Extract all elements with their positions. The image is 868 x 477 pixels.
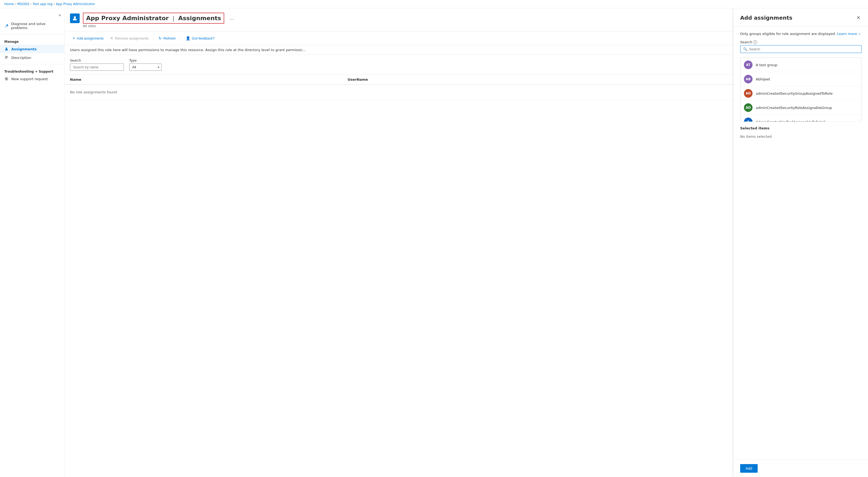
main-content: App Proxy Administrator | Assignments ..… [65,8,734,477]
learn-more-link[interactable]: Learn more ↗ [837,32,861,36]
add-button[interactable]: Add [740,464,758,473]
filter-bar: Search Type All User Group Service Princ… [65,55,734,75]
breadcrumb: Home › MSODS › Test app reg › App Proxy … [0,0,868,8]
search-input[interactable] [70,63,124,71]
troubleshooting-section-label: Troubleshooting + Support [0,66,64,74]
page-section: Assignments [178,15,221,22]
info-text: Users assigned this role here will have … [70,48,306,52]
search-section: Search i 🔍 [740,40,862,53]
item-name-at: A test group [756,63,777,67]
type-select-wrapper: All User Group Service Principal [129,63,161,71]
no-items-text: No role assignments found [65,85,734,100]
item-list: AT A test group AB Abhijeet AD adminCrea… [740,58,861,122]
svg-point-0 [6,47,7,49]
title-separator: | [173,15,175,22]
item-name-ad1: adminCreatedSecurityGroupAssignedToRole [756,92,833,96]
wrench-icon [4,24,8,28]
table-row-empty: No role assignments found [65,85,734,100]
feedback-button[interactable]: 👤 Got feedback? [183,34,217,42]
svg-rect-3 [5,58,7,59]
page-header: App Proxy Administrator | Assignments ..… [65,8,734,31]
collapse-button[interactable]: « [58,11,62,19]
assignments-table: Name UserName No role assignments found [65,75,734,100]
header-title-box: App Proxy Administrator | Assignments [83,13,224,24]
sidebar-description-label: Description [11,56,31,60]
panel-footer: Add [734,459,868,477]
no-selected-text: No items selected [740,132,862,141]
type-filter-label: Type [129,59,161,62]
panel-info-text: Only groups eligible for role assignment… [740,32,836,36]
page-icon [70,13,80,23]
list-item[interactable]: A AdminCreatedUnifiedAssignableToRole2 [741,115,861,122]
toolbar-divider-2 [181,35,181,41]
remove-assignments-button[interactable]: ✕ Remove assignments [107,34,151,42]
sidebar-diagnose-label: Diagnose and solve problems [11,22,60,30]
sidebar-support-label: New support request [11,77,48,81]
refresh-button[interactable]: ↻ Refresh [156,34,179,42]
col-username: UserName [342,75,734,85]
panel-search-label: Search i [740,40,862,44]
panel-header: Add assignments ✕ [734,8,868,26]
info-bar: Users assigned this role here will have … [65,45,734,55]
avatar-ad2: AD [744,103,752,112]
sidebar-divider-2 [0,64,64,64]
toolbar: + Add assignments ✕ Remove assignments ↻… [65,31,734,45]
breadcrumb-msods[interactable]: MSODS [17,2,29,6]
add-assignments-label: Add assignments [77,36,104,40]
sidebar-item-description[interactable]: Description [0,53,64,62]
table-area: Name UserName No role assignments found [65,75,734,477]
type-filter-group: Type All User Group Service Principal [129,59,161,71]
panel-search-wrapper: 🔍 [740,45,862,53]
sidebar-item-diagnose[interactable]: Diagnose and solve problems [0,20,64,32]
list-item[interactable]: AD adminCreatedSecurityGroupAssignedToRo… [741,86,861,101]
remove-assignments-label: Remove assignments [115,36,149,40]
sidebar-item-assignments[interactable]: Assignments [0,45,64,53]
panel-info: Only groups eligible for role assignment… [740,32,862,36]
external-link-icon: ↗ [858,33,860,35]
item-name-ab: Abhijeet [756,77,770,81]
svg-point-6 [74,16,76,18]
description-icon [4,56,9,60]
x-icon: ✕ [110,36,113,40]
svg-rect-2 [5,57,8,58]
avatar-a: A [744,118,752,122]
add-assignments-button[interactable]: + Add assignments [70,34,106,42]
assignments-icon [4,47,9,51]
search-icon: 🔍 [743,47,747,51]
item-list-scroll: AT A test group AB Abhijeet AD adminCrea… [740,57,862,122]
more-button[interactable]: ... [227,14,236,22]
right-panel: Add assignments ✕ Only groups eligible f… [734,8,868,477]
refresh-label: Refresh [163,36,176,40]
refresh-icon: ↻ [158,36,162,40]
manage-section-label: Manage [0,37,64,45]
toolbar-divider-1 [153,35,154,41]
breadcrumb-test-app-reg[interactable]: Test app reg [33,2,53,6]
list-item[interactable]: AD adminCreatedSecurityRoleAssignableGro… [741,101,861,115]
list-item[interactable]: AT A test group [741,58,861,72]
avatar-ad1: AD [744,89,752,98]
search-filter-group: Search [70,59,124,71]
type-select[interactable]: All User Group Service Principal [129,63,161,71]
info-icon: i [753,40,757,44]
breadcrumb-app-proxy-admin[interactable]: App Proxy Administrator [56,2,95,6]
sidebar-assignments-label: Assignments [11,47,37,51]
selected-items-label: Selected items [740,126,862,130]
panel-search-input[interactable] [749,47,859,51]
list-item[interactable]: AB Abhijeet [741,72,861,86]
item-name-ad2: adminCreatedSecurityRoleAssignableGroup [756,106,832,110]
close-button[interactable]: ✕ [855,14,862,22]
svg-point-4 [6,78,7,80]
sidebar-divider-1 [0,34,64,34]
collapse-area: « [0,10,64,20]
item-name-a: AdminCreatedUnifiedAssignableToRole2 [756,120,826,122]
breadcrumb-home[interactable]: Home [4,2,14,6]
avatar-at: AT [744,61,752,69]
avatar-ab: AB [744,75,752,84]
svg-rect-1 [5,56,8,57]
panel-body: Only groups eligible for role assignment… [734,26,868,459]
search-filter-label: Search [70,59,124,62]
panel-title: Add assignments [740,14,793,21]
selected-section: Selected items No items selected [740,126,862,141]
col-name: Name [65,75,342,85]
sidebar-item-support[interactable]: New support request [0,74,64,83]
